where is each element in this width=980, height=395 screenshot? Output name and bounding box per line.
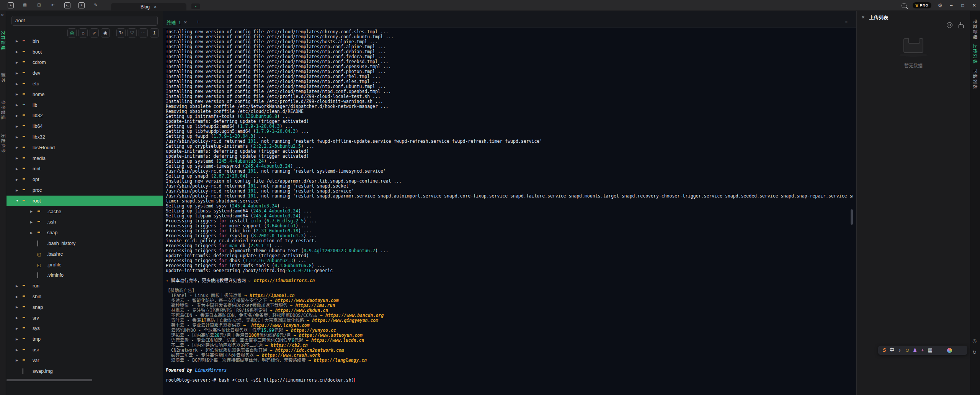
pause-all-icon[interactable] [947, 22, 952, 28]
tree-item-opt[interactable]: ▶opt [7, 174, 163, 185]
left-tab-2[interactable]: 脚本 [0, 73, 7, 83]
close-window-button[interactable]: ✕ [972, 3, 977, 8]
expand-arrow-icon[interactable]: ▶ [16, 189, 18, 192]
expand-arrow-icon[interactable]: ▶ [16, 125, 18, 128]
expand-arrow-icon[interactable]: ▶ [16, 39, 18, 43]
session-tab-blog[interactable]: Blog ✕ [111, 3, 186, 11]
horizontal-scrollbar[interactable] [7, 379, 92, 381]
expand-arrow-icon[interactable]: ▶ [16, 61, 18, 64]
minimize-button[interactable]: – [949, 3, 954, 8]
expand-arrow-icon[interactable]: ▶ [16, 114, 18, 118]
terminal-tab-menu-icon[interactable]: ≡ [845, 20, 848, 24]
tree-item-var[interactable]: ▶var [7, 355, 163, 366]
history-icon[interactable]: ◷ [972, 338, 977, 344]
right-tab-3[interactable]: 下载列表 [972, 69, 978, 90]
path-input[interactable] [11, 16, 158, 26]
terminal-output[interactable]: Installing new version of config file /e… [166, 29, 853, 393]
tree-item-snap[interactable]: ▶snap [7, 302, 163, 313]
tree-item-proc[interactable]: ▶proc [7, 185, 163, 196]
tree-item-lib[interactable]: ▶lib [7, 100, 163, 111]
expand-arrow-icon[interactable]: ▶ [16, 284, 18, 288]
terminal-scrollbar[interactable] [851, 209, 853, 225]
expand-arrow-icon[interactable]: ▶ [16, 327, 18, 330]
settings-gear-icon[interactable]: ⚙ [938, 2, 942, 8]
left-tab-4[interactable]: 历史命令 [0, 134, 7, 153]
expand-arrow-icon[interactable]: ▶ [16, 305, 18, 309]
tree-item-usr[interactable]: ▶usr [7, 344, 163, 355]
tree-item-lib32[interactable]: ▶lib32 [7, 111, 163, 121]
tree-item--bashrc[interactable]: >_.bashrc [7, 249, 163, 260]
left-tab-1[interactable]: 文件管理 [0, 31, 7, 51]
expand-arrow-icon[interactable]: ▶ [16, 359, 18, 362]
clear-list-icon[interactable] [958, 22, 964, 28]
tree-item--cache[interactable]: ▶.cache [7, 206, 163, 217]
tree-item-srv[interactable]: ▶srv [7, 313, 163, 323]
tree-item-dev[interactable]: ▶dev [7, 68, 163, 78]
tree-item-boot[interactable]: ▶boot [7, 47, 163, 57]
expand-arrow-icon[interactable]: ▶ [16, 50, 18, 54]
tree-item-swap-img[interactable]: swap.img [7, 366, 163, 377]
tab-dropdown-button[interactable]: ⌄ [191, 3, 200, 9]
apps-grid-icon[interactable]: ▦ [926, 346, 934, 355]
close-session-tab-icon[interactable]: ✕ [154, 5, 157, 10]
sticker-icon[interactable]: ♟ [911, 346, 919, 355]
tree-item-cdrom[interactable]: ▶cdrom [7, 57, 163, 68]
tree-item--profile[interactable]: >_.profile [7, 260, 163, 270]
expand-arrow-icon[interactable]: ▶ [30, 231, 33, 235]
expand-arrow-icon[interactable]: ▶ [16, 135, 18, 139]
right-tab-2[interactable]: 上传列表 [972, 44, 978, 64]
expand-arrow-icon[interactable]: ▶ [16, 93, 18, 96]
add-terminal-tab-button[interactable]: + [196, 19, 199, 25]
left-tab-3[interactable]: 命令管理 [0, 100, 7, 120]
local-terminal-icon[interactable]: >_ [64, 2, 70, 8]
expand-arrow-icon[interactable]: ▼ [16, 199, 19, 202]
ssh-helper-icon[interactable]: S [880, 346, 888, 355]
right-tab-1[interactable]: 书签管理 [972, 19, 978, 40]
tree-item-sys[interactable]: ▶sys [7, 323, 163, 334]
tree-item-snap[interactable]: ▶snap [7, 227, 163, 238]
close-terminal-tab-icon[interactable]: ✕ [184, 20, 187, 25]
expand-arrow-icon[interactable]: ▶ [16, 348, 18, 352]
new-terminal-icon[interactable]: > [8, 2, 14, 8]
send-command-icon[interactable]: ⇤ [50, 2, 56, 8]
expand-arrow-icon[interactable]: ▶ [16, 157, 18, 160]
close-upload-panel-icon[interactable]: ✕ [861, 15, 865, 20]
server-list-icon[interactable]: ≡ [78, 2, 85, 8]
tree-item--ssh[interactable]: ▶.ssh [7, 217, 163, 228]
terminal-tab-1[interactable]: 终端 1 ✕ [167, 19, 187, 26]
emoji-icon[interactable]: ☺ [903, 346, 911, 355]
tree-item-bin[interactable]: ▶bin [7, 36, 163, 47]
expand-arrow-icon[interactable]: ▶ [30, 210, 33, 213]
tree-item-libx32[interactable]: ▶libx32 [7, 132, 163, 142]
tree-item-lib64[interactable]: ▶lib64 [7, 121, 163, 132]
new-file-icon[interactable]: ▤ [22, 2, 28, 8]
tree-item-root[interactable]: ▼root [7, 196, 163, 206]
expand-arrow-icon[interactable]: ▶ [16, 103, 18, 107]
theme-palette-icon[interactable] [947, 348, 952, 353]
tree-item-etc[interactable]: ▶etc [7, 78, 163, 89]
translate-icon[interactable]: 中 [888, 346, 896, 355]
split-layout-icon[interactable]: ◫ [36, 2, 42, 8]
expand-arrow-icon[interactable]: ▶ [16, 72, 18, 75]
sync-icon[interactable]: ↻ [972, 349, 977, 355]
expand-arrow-icon[interactable]: ▶ [16, 167, 18, 171]
expand-arrow-icon[interactable]: ▶ [16, 295, 18, 299]
tree-item-tmp[interactable]: ▶tmp [7, 334, 163, 344]
expand-arrow-icon[interactable]: ▶ [16, 338, 18, 341]
search-icon[interactable] [902, 3, 906, 8]
inject-command-icon[interactable]: + [919, 346, 926, 355]
tree-item-home[interactable]: ▶home [7, 89, 163, 100]
expand-arrow-icon[interactable]: ▶ [16, 178, 18, 181]
tree-item--viminfo[interactable]: .viminfo [7, 270, 163, 281]
collapse-panel-icon[interactable]: ✕ [1, 13, 4, 17]
expand-arrow-icon[interactable]: ▶ [16, 82, 18, 86]
tree-item-sbin[interactable]: ▶sbin [7, 291, 163, 302]
expand-arrow-icon[interactable]: ▶ [30, 220, 33, 224]
edit-pen-icon[interactable]: ✎ [93, 2, 99, 8]
pro-badge[interactable]: ♛ PRO [913, 2, 931, 8]
tree-item-lost-found[interactable]: ▶lost+found [7, 142, 163, 153]
tree-item-mnt[interactable]: ▶mnt [7, 164, 163, 175]
tree-item-media[interactable]: ▶media [7, 153, 163, 164]
maximize-button[interactable]: □ [960, 3, 965, 8]
voice-input-icon[interactable]: ♪ [896, 346, 903, 355]
